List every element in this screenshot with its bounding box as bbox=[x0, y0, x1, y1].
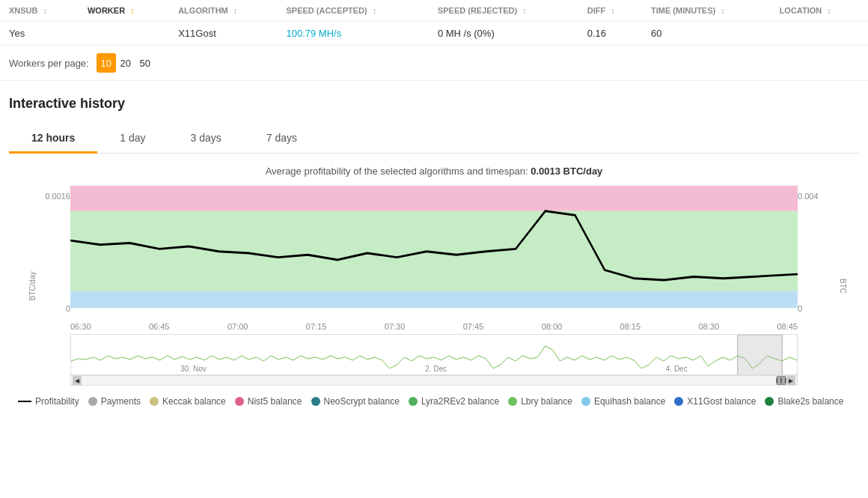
pagination-label: Workers per page: bbox=[9, 58, 89, 69]
scrollbar[interactable]: ◀ ❙❙❙ ▶ bbox=[70, 375, 798, 386]
legend-item-neoscrypt-balance: NeoScrypt balance bbox=[311, 396, 400, 407]
x-axis-label: 08:00 bbox=[542, 322, 563, 331]
legend-line-icon bbox=[18, 401, 31, 402]
legend-dot-icon bbox=[150, 397, 159, 406]
legend-item-nist5-balance: Nist5 balance bbox=[235, 396, 302, 407]
legend-label: Profitability bbox=[35, 396, 79, 407]
cell-location bbox=[771, 22, 868, 46]
scroll-right-controls: ❙❙❙ ▶ bbox=[777, 376, 795, 385]
time-tabs: 12 hours1 day3 days7 days bbox=[9, 124, 859, 154]
mini-chart-label: 4. Dec bbox=[666, 365, 688, 373]
legend-label: NeoScrypt balance bbox=[324, 396, 400, 407]
workers-table: XNSUB ↕WORKER ↕ALGORITHM ↕SPEED (ACCEPTE… bbox=[0, 0, 868, 46]
x-axis-labels: 06:3006:4507:0007:1507:3007:4508:0008:15… bbox=[70, 322, 798, 331]
col-header-diff[interactable]: DIFF ↕ bbox=[578, 0, 642, 22]
cell-time_minutes: 60 bbox=[642, 22, 771, 46]
legend-label: Payments bbox=[101, 396, 141, 407]
cell-speed_accepted: 100.79 MH/s bbox=[277, 22, 428, 46]
time-tab-12-hours[interactable]: 12 hours bbox=[9, 124, 97, 154]
scroll-right-arrow[interactable]: ▶ bbox=[786, 376, 795, 385]
time-tab-1-day[interactable]: 1 day bbox=[97, 124, 168, 154]
svg-rect-1 bbox=[70, 211, 798, 291]
pagination-row: Workers per page: 102050 bbox=[0, 46, 868, 81]
legend-dot-icon bbox=[765, 397, 774, 406]
col-header-worker[interactable]: WORKER ↕ bbox=[79, 0, 169, 22]
time-tab-7-days[interactable]: 7 days bbox=[244, 124, 320, 154]
legend-item-payments: Payments bbox=[88, 396, 141, 407]
page-size-50[interactable]: 50 bbox=[135, 53, 155, 73]
col-header-speed_accepted[interactable]: SPEED (ACCEPTED) ↕ bbox=[277, 0, 428, 22]
history-title: Interactive history bbox=[9, 96, 859, 112]
legend-item-lyra2rev2-balance: Lyra2REv2 balance bbox=[409, 396, 499, 407]
sort-icon: ↕ bbox=[611, 6, 615, 15]
legend-dot-icon bbox=[311, 397, 320, 406]
cell-algorithm: X11Gost bbox=[169, 22, 277, 46]
legend-dot-icon bbox=[581, 397, 590, 406]
legend-item-equihash-balance: Equihash balance bbox=[581, 396, 665, 407]
legend-label: Nist5 balance bbox=[248, 396, 302, 407]
col-header-location[interactable]: LOCATION ↕ bbox=[771, 0, 868, 22]
legend-item-profitability: Profitability bbox=[18, 396, 79, 407]
scroll-left-arrow[interactable]: ◀ bbox=[73, 376, 82, 385]
x-axis-label: 08:15 bbox=[620, 322, 641, 331]
x-axis-label: 07:00 bbox=[227, 322, 248, 331]
sort-icon: ↕ bbox=[827, 6, 831, 15]
col-header-time_minutes[interactable]: TIME (MINUTES) ↕ bbox=[642, 0, 771, 22]
legend-item-keccak-balance: Keccak balance bbox=[150, 396, 226, 407]
legend-label: X11Gost balance bbox=[687, 396, 756, 407]
page-size-controls: 102050 bbox=[97, 53, 155, 73]
main-chart-svg-container: 06:3006:4507:0007:1507:3007:4508:0008:15… bbox=[70, 186, 798, 331]
legend-label: Equihash balance bbox=[594, 396, 665, 407]
scroll-handle[interactable]: ❙❙❙ bbox=[777, 376, 786, 385]
page-size-10[interactable]: 10 bbox=[97, 53, 116, 73]
legend: ProfitabilityPaymentsKeccak balanceNist5… bbox=[9, 386, 859, 417]
col-header-algorithm[interactable]: ALGORITHM ↕ bbox=[169, 0, 277, 22]
svg-rect-2 bbox=[70, 291, 798, 309]
cell-diff: 0.16 bbox=[578, 22, 642, 46]
legend-dot-icon bbox=[88, 397, 97, 406]
legend-label: Lbry balance bbox=[521, 396, 572, 407]
cell-speed_rejected: 0 MH /s (0%) bbox=[429, 22, 578, 46]
x-axis-label: 07:30 bbox=[385, 322, 406, 331]
main-chart-svg bbox=[70, 186, 798, 321]
mini-chart-label: 30. Nov bbox=[180, 365, 206, 373]
sort-icon: ↕ bbox=[522, 6, 527, 15]
x-axis-label: 06:30 bbox=[70, 322, 91, 331]
mini-chart-label: 2. Dec bbox=[425, 365, 447, 373]
sort-icon: ↕ bbox=[233, 6, 238, 15]
x-axis-label: 07:45 bbox=[463, 322, 484, 331]
col-header-speed_rejected[interactable]: SPEED (REJECTED) ↕ bbox=[429, 0, 578, 22]
y-axis-right-label: BTC bbox=[839, 279, 847, 294]
sort-icon: ↕ bbox=[130, 6, 135, 15]
cell-xnsub: Yes bbox=[0, 22, 79, 46]
legend-dot-icon bbox=[235, 397, 244, 406]
legend-item-blake2s-balance: Blake2s balance bbox=[765, 396, 843, 407]
legend-dot-icon bbox=[409, 397, 418, 406]
legend-dot-icon bbox=[508, 397, 517, 406]
x-axis-label: 08:30 bbox=[699, 322, 720, 331]
legend-label: Keccak balance bbox=[162, 396, 226, 407]
legend-dot-icon bbox=[674, 397, 683, 406]
profitability-label: Average profitability of the selected al… bbox=[9, 166, 859, 177]
x-axis-label: 08:45 bbox=[777, 322, 798, 331]
profitability-value: 0.0013 BTC/day bbox=[531, 166, 602, 177]
x-axis-label: 06:45 bbox=[149, 322, 170, 331]
chart-container: Average profitability of the selected al… bbox=[9, 154, 859, 386]
sort-icon: ↕ bbox=[721, 6, 725, 15]
y-axis-right: 0.004 0 bbox=[798, 186, 837, 331]
legend-item-lbry-balance: Lbry balance bbox=[508, 396, 572, 407]
x-axis-label: 07:15 bbox=[306, 322, 327, 331]
table-row: YesX11Gost100.79 MH/s0 MH /s (0%)0.1660 bbox=[0, 22, 868, 46]
page-size-20[interactable]: 20 bbox=[116, 53, 135, 73]
y-axis-left: 0.0016 0 bbox=[31, 186, 70, 331]
sort-icon: ↕ bbox=[43, 6, 48, 15]
history-section: Interactive history 12 hours1 day3 days7… bbox=[0, 81, 868, 417]
time-tab-3-days[interactable]: 3 days bbox=[168, 124, 244, 154]
mini-chart[interactable]: 30. Nov2. Dec4. Dec bbox=[70, 334, 798, 375]
legend-label: Lyra2REv2 balance bbox=[421, 396, 499, 407]
svg-rect-0 bbox=[70, 186, 798, 211]
legend-item-x11gost-balance: X11Gost balance bbox=[674, 396, 756, 407]
cell-worker bbox=[79, 22, 169, 46]
sort-icon: ↕ bbox=[373, 6, 377, 15]
col-header-xnsub[interactable]: XNSUB ↕ bbox=[0, 0, 79, 22]
